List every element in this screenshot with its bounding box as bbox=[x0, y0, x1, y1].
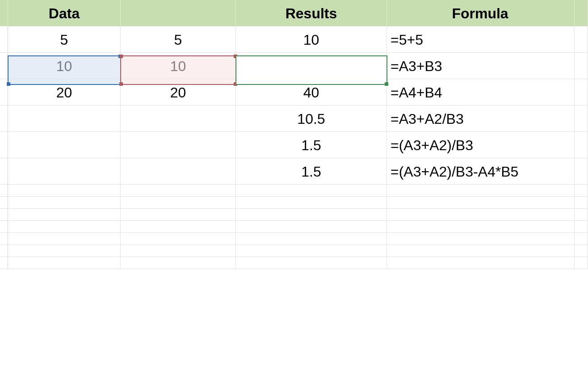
row-gutter bbox=[0, 105, 8, 132]
cell[interactable] bbox=[121, 257, 236, 269]
cell-B5[interactable] bbox=[121, 105, 236, 132]
cell[interactable] bbox=[8, 197, 121, 209]
cell-A7[interactable] bbox=[8, 158, 121, 185]
cell[interactable] bbox=[575, 185, 588, 197]
cell-A5[interactable] bbox=[8, 105, 121, 132]
cell[interactable] bbox=[575, 197, 588, 209]
table-row bbox=[0, 245, 588, 257]
col-header-extra[interactable] bbox=[575, 0, 588, 26]
cell-D6[interactable]: =(A3+A2)/B3 bbox=[387, 132, 575, 158]
cell-C6[interactable]: 1.5 bbox=[236, 132, 387, 158]
cell-E6[interactable] bbox=[575, 132, 588, 158]
row-gutter bbox=[0, 245, 8, 257]
row-gutter bbox=[0, 79, 8, 105]
table-row bbox=[0, 209, 588, 221]
formula-ref-a: A3 bbox=[247, 58, 265, 74]
cell[interactable] bbox=[121, 245, 236, 257]
cell-C4[interactable]: 40 bbox=[236, 79, 387, 105]
cell[interactable] bbox=[236, 245, 387, 257]
cell[interactable] bbox=[387, 233, 575, 245]
cell[interactable] bbox=[121, 221, 236, 233]
cell[interactable] bbox=[387, 185, 575, 197]
col-header-data-b[interactable] bbox=[121, 0, 236, 26]
cell[interactable] bbox=[236, 257, 387, 269]
cell[interactable] bbox=[575, 245, 588, 257]
cell[interactable] bbox=[121, 233, 236, 245]
cell-A6[interactable] bbox=[8, 132, 121, 158]
row-gutter bbox=[0, 197, 8, 209]
table-row: 20 20 40 =A4+B4 bbox=[0, 79, 588, 105]
cell[interactable] bbox=[8, 185, 121, 197]
cell-E2[interactable] bbox=[575, 26, 588, 53]
cell-E3[interactable] bbox=[575, 53, 588, 79]
cell-E7[interactable] bbox=[575, 158, 588, 185]
row-gutter bbox=[0, 221, 8, 233]
table-row bbox=[0, 185, 588, 197]
cell[interactable] bbox=[575, 209, 588, 221]
cell-D7[interactable]: =(A3+A2)/B3-A4*B5 bbox=[387, 158, 575, 185]
row-gutter bbox=[0, 233, 8, 245]
col-header-results[interactable]: Results bbox=[236, 0, 387, 26]
cell[interactable] bbox=[387, 257, 575, 269]
cell[interactable] bbox=[236, 209, 387, 221]
cell[interactable] bbox=[236, 185, 387, 197]
cell-B4[interactable]: 20 bbox=[121, 79, 236, 105]
row-gutter bbox=[0, 257, 8, 269]
cell[interactable] bbox=[121, 197, 236, 209]
table-row: 10.5 =A3+A2/B3 bbox=[0, 105, 588, 132]
cell-D3[interactable]: =A3+B3 bbox=[387, 53, 575, 79]
table-row: 1.5 =(A3+A2)/B3 bbox=[0, 132, 588, 158]
col-header-formula[interactable]: Formula bbox=[387, 0, 575, 26]
col-header-data-a[interactable]: Data bbox=[8, 0, 121, 26]
cell-A3[interactable]: 10 bbox=[8, 53, 121, 79]
cell-C2[interactable]: 10 bbox=[236, 26, 387, 53]
cell[interactable] bbox=[121, 185, 236, 197]
table-row: 10 10 =A3+B3 =A3+B3 bbox=[0, 53, 588, 79]
cell[interactable] bbox=[8, 209, 121, 221]
cell[interactable] bbox=[236, 197, 387, 209]
cell-B2[interactable]: 5 bbox=[121, 26, 236, 53]
cell[interactable] bbox=[387, 221, 575, 233]
cell[interactable] bbox=[575, 233, 588, 245]
cell-E4[interactable] bbox=[575, 79, 588, 105]
cell-B3[interactable]: 10 bbox=[121, 53, 236, 79]
table-row: 1.5 =(A3+A2)/B3-A4*B5 bbox=[0, 158, 588, 185]
formula-plus: + bbox=[265, 58, 273, 74]
cell[interactable] bbox=[8, 221, 121, 233]
table-row bbox=[0, 233, 588, 245]
cell[interactable] bbox=[575, 221, 588, 233]
cell-B6[interactable] bbox=[121, 132, 236, 158]
cell-C7[interactable]: 1.5 bbox=[236, 158, 387, 185]
cell[interactable] bbox=[8, 257, 121, 269]
cell[interactable] bbox=[121, 209, 236, 221]
spreadsheet-grid[interactable]: Data Results Formula 5 5 10 =5+5 10 10 =… bbox=[0, 0, 588, 269]
row-gutter bbox=[0, 132, 8, 158]
cell[interactable] bbox=[8, 233, 121, 245]
row-gutter bbox=[0, 26, 8, 53]
cell-A2[interactable]: 5 bbox=[8, 26, 121, 53]
row-gutter bbox=[0, 158, 8, 185]
cell-C5[interactable]: 10.5 bbox=[236, 105, 387, 132]
table-row bbox=[0, 197, 588, 209]
header-row: Data Results Formula bbox=[0, 0, 588, 26]
table-row bbox=[0, 221, 588, 233]
formula-eq: = bbox=[239, 58, 247, 74]
cell-C3-editing[interactable]: =A3+B3 bbox=[236, 53, 387, 79]
table-row bbox=[0, 257, 588, 269]
cell-B7[interactable] bbox=[121, 158, 236, 185]
cell[interactable] bbox=[236, 221, 387, 233]
row-gutter bbox=[0, 53, 8, 79]
cell-D5[interactable]: =A3+A2/B3 bbox=[387, 105, 575, 132]
cell[interactable] bbox=[387, 245, 575, 257]
row-gutter bbox=[0, 185, 8, 197]
cell-D4[interactable]: =A4+B4 bbox=[387, 79, 575, 105]
cell[interactable] bbox=[387, 209, 575, 221]
cell[interactable] bbox=[8, 245, 121, 257]
cell-A4[interactable]: 20 bbox=[8, 79, 121, 105]
cell-D2[interactable]: =5+5 bbox=[387, 26, 575, 53]
cell[interactable] bbox=[575, 257, 588, 269]
cell[interactable] bbox=[387, 197, 575, 209]
cell-E5[interactable] bbox=[575, 105, 588, 132]
cell[interactable] bbox=[236, 233, 387, 245]
formula-ref-b: B3 bbox=[273, 58, 290, 74]
